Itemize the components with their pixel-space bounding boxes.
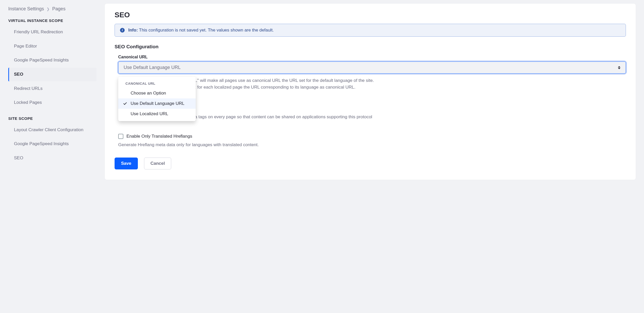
hreflang-help-text: Generate Hreflang meta data only for lan… [118, 142, 626, 148]
alert-label: Info: [128, 28, 138, 33]
select-caret-icon [618, 66, 620, 69]
sidebar-item-redirect-urls[interactable]: Redirect URLs [8, 82, 96, 96]
save-button[interactable]: Save [115, 158, 138, 169]
sidebar: Instance Settings ❯ Pages VIRTUAL INSTAN… [0, 4, 105, 308]
sidebar-item-layout-crawler[interactable]: Layout Crawler Client Configuration [8, 123, 96, 137]
sidebar-item-page-editor[interactable]: Page Editor [8, 40, 96, 53]
sidebar-item-locked-pages[interactable]: Locked Pages [8, 96, 96, 109]
breadcrumb: Instance Settings ❯ Pages [8, 6, 96, 12]
settings-panel: SEO i Info: This configuration is not sa… [105, 4, 636, 180]
hreflang-checkbox-label: Enable Only Translated Hreflangs [126, 134, 192, 139]
dropdown-option-default-lang-label: Use Default Language URL [131, 101, 184, 106]
dropdown-header: CANONICAL URL [118, 80, 196, 88]
canonical-dropdown: CANONICAL URL Choose an Option Use Defau… [118, 76, 196, 121]
sidebar-item-pagespeed-site[interactable]: Google PageSpeed Insights [8, 137, 96, 151]
button-row: Save Cancel [115, 158, 626, 169]
field-canonical-url: Canonical URL Use Default Language URL L… [115, 55, 626, 91]
alert-text: This configuration is not saved yet. The… [139, 28, 274, 33]
alert-text-wrap: Info: This configuration is not saved ye… [128, 28, 274, 33]
canonical-url-select[interactable]: Use Default Language URL [118, 61, 626, 74]
sidebar-item-seo-site[interactable]: SEO [8, 151, 96, 165]
page-title: SEO [115, 11, 626, 19]
hreflang-checkbox-row: Enable Only Translated Hreflangs [118, 134, 626, 139]
canonical-url-label: Canonical URL [115, 55, 626, 59]
canonical-select-wrap: Use Default Language URL [118, 61, 626, 74]
info-alert: i Info: This configuration is not saved … [115, 24, 626, 37]
sidebar-item-seo[interactable]: SEO [8, 68, 96, 81]
section-heading-site: SITE SCOPE [8, 116, 96, 121]
dropdown-option-choose[interactable]: Choose an Option [118, 88, 196, 98]
dropdown-option-localized[interactable]: Use Localized URL [118, 109, 196, 119]
chevron-right-icon: ❯ [47, 7, 50, 11]
main-content: SEO i Info: This configuration is not sa… [105, 4, 644, 308]
info-icon: i [120, 28, 125, 33]
breadcrumb-root[interactable]: Instance Settings [8, 6, 44, 12]
dropdown-option-default-lang[interactable]: Use Default Language URL [118, 98, 196, 109]
section-heading-virtual: VIRTUAL INSTANCE SCOPE [8, 18, 96, 23]
subheading-seo-config: SEO Configuration [115, 44, 626, 50]
cancel-button[interactable]: Cancel [144, 158, 171, 169]
canonical-select-value: Use Default Language URL [124, 65, 181, 70]
check-icon [123, 101, 127, 105]
sidebar-item-pagespeed[interactable]: Google PageSpeed Insights [8, 53, 96, 67]
hreflang-checkbox[interactable] [118, 134, 123, 139]
sidebar-item-friendly-url[interactable]: Friendly URL Redirection [8, 25, 96, 39]
breadcrumb-current: Pages [52, 6, 65, 12]
